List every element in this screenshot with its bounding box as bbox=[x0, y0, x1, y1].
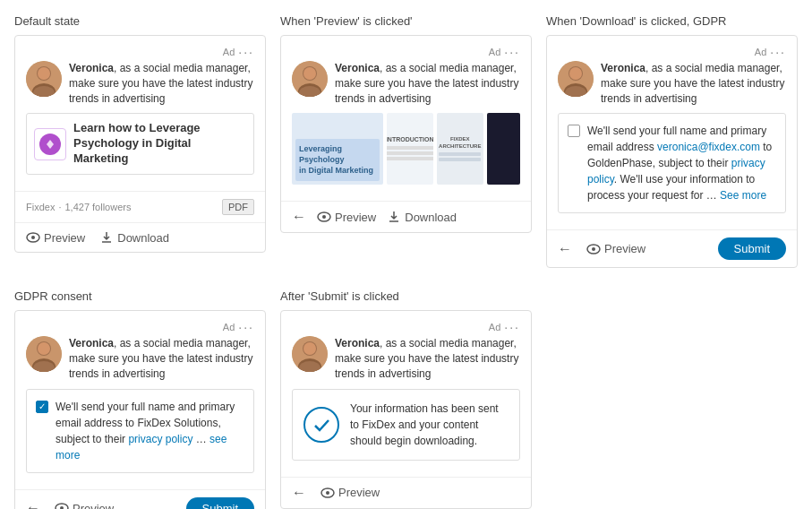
ad-text-block: Veronica, as a social media manager, mak… bbox=[69, 61, 254, 106]
gdpr-see-more-link[interactable]: See more bbox=[720, 189, 766, 202]
ad-body-5: Veronica, as a social media manager, mak… bbox=[335, 336, 520, 381]
action-bar-5: ← Preview bbox=[281, 477, 531, 508]
preview-icon-5 bbox=[321, 486, 335, 500]
download-icon bbox=[99, 230, 114, 245]
ad-header-3: Veronica, as a social media manager, mak… bbox=[558, 61, 786, 106]
company-logo bbox=[34, 128, 66, 160]
back-button-4[interactable]: ← bbox=[26, 500, 40, 509]
ad-meta: Ad ··· bbox=[26, 45, 254, 59]
download-button[interactable]: Download bbox=[99, 230, 169, 245]
ad-name-4: Veronica bbox=[69, 337, 114, 349]
ad-meta-2: Ad ··· bbox=[292, 45, 520, 59]
after-submit-card: Ad ··· bbox=[280, 310, 532, 508]
submit-button-4[interactable]: Submit bbox=[186, 497, 254, 509]
default-state-card: Ad ··· Vero bbox=[14, 35, 266, 253]
ad-label-5: Ad bbox=[489, 322, 500, 332]
preview-icon-3 bbox=[586, 242, 601, 256]
ad-label-3: Ad bbox=[755, 47, 766, 57]
more-options-icon-5[interactable]: ··· bbox=[504, 320, 520, 334]
action-bar-left-2: ← Preview Download bbox=[292, 209, 520, 225]
gdpr-consent-box: We'll send your full name and primary em… bbox=[558, 113, 786, 213]
preview-button-4[interactable]: Preview bbox=[55, 501, 114, 509]
preview-icon bbox=[26, 230, 40, 245]
gdpr-consent-box-2: ✓ We'll send your full name and primary … bbox=[26, 389, 254, 473]
ad-label: Ad bbox=[223, 47, 235, 57]
follower-count: 1,427 followers bbox=[64, 202, 131, 212]
download-label: Download bbox=[117, 231, 169, 245]
download-icon-2 bbox=[387, 210, 401, 224]
action-bar-4: ← Preview Submit bbox=[15, 489, 265, 509]
ad-body-2: Veronica, as a social media manager, mak… bbox=[335, 61, 520, 106]
avatar-2 bbox=[292, 61, 328, 97]
ad-name-2: Veronica bbox=[335, 62, 380, 74]
svg-point-20 bbox=[592, 247, 595, 251]
avatar-3 bbox=[558, 61, 594, 97]
svg-point-17 bbox=[569, 67, 582, 80]
more-options-icon-4[interactable]: ··· bbox=[238, 320, 254, 334]
more-options-icon[interactable]: ··· bbox=[238, 45, 254, 59]
gdpr-consent-label: GDPR consent bbox=[14, 289, 266, 303]
back-button-2[interactable]: ← bbox=[292, 209, 306, 225]
gdpr-checkbox[interactable] bbox=[568, 125, 580, 137]
ad-header-4: Veronica, as a social media manager, mak… bbox=[26, 336, 254, 381]
gdpr-consent-text: We'll send your full name and primary em… bbox=[56, 399, 244, 463]
svg-point-6 bbox=[31, 236, 35, 239]
preview-thumb-2: FIXDEX ARCHITECTURE bbox=[437, 113, 483, 185]
ad-meta-5: Ad ··· bbox=[292, 320, 520, 334]
preview-button-5[interactable]: Preview bbox=[321, 486, 380, 500]
gdpr-checkbox-row-2: ✓ We'll send your full name and primary … bbox=[36, 399, 244, 463]
default-state-label: Default state bbox=[14, 14, 266, 28]
preview-clicked-label: When 'Preview' is clicked' bbox=[280, 14, 532, 28]
preview-label-5: Preview bbox=[338, 486, 380, 499]
content-title: Learn how to Leverage Psychology in Digi… bbox=[73, 121, 246, 167]
gdpr-consent-card: Ad ··· bbox=[14, 310, 266, 509]
more-options-icon-3[interactable]: ··· bbox=[770, 45, 786, 59]
after-submit-label: After 'Submit' is clicked bbox=[280, 289, 532, 303]
preview-button-3[interactable]: Preview bbox=[586, 242, 645, 256]
more-options-icon-2[interactable]: ··· bbox=[504, 45, 520, 59]
content-box: Learn how to Leverage Psychology in Digi… bbox=[26, 113, 254, 175]
avatar bbox=[26, 61, 62, 97]
download-button-2[interactable]: Download bbox=[387, 210, 457, 224]
preview-button-2[interactable]: Preview bbox=[317, 210, 376, 224]
ad-text-block-4: Veronica, as a social media manager, mak… bbox=[69, 336, 254, 381]
ad-header-5: Veronica, as a social media manager, mak… bbox=[292, 336, 520, 381]
ad-name-5: Veronica bbox=[335, 337, 380, 349]
ad-body-3: Veronica, as a social media manager, mak… bbox=[601, 61, 786, 106]
action-bar-3: ← Preview Submit bbox=[547, 229, 797, 267]
gdpr-text: We'll send your full name and primary em… bbox=[587, 123, 776, 203]
gdpr-checkbox-checked[interactable]: ✓ bbox=[36, 401, 48, 413]
ad-body: Veronica, as a social media manager, mak… bbox=[69, 61, 254, 106]
company-name: Fixdex bbox=[26, 202, 55, 212]
gdpr-consent-section: GDPR consent Ad ··· bbox=[14, 289, 266, 509]
consent-text-2: … bbox=[192, 433, 209, 445]
preview-label-3: Preview bbox=[604, 242, 645, 255]
submit-button-3[interactable]: Submit bbox=[718, 237, 786, 260]
ad-body-4: Veronica, as a social media manager, mak… bbox=[69, 336, 254, 381]
back-button-5[interactable]: ← bbox=[292, 485, 306, 501]
ad-text-block-5: Veronica, as a social media manager, mak… bbox=[335, 336, 520, 381]
ad-name-3: Veronica bbox=[601, 62, 645, 74]
success-icon bbox=[303, 407, 339, 443]
ad-label-4: Ad bbox=[223, 322, 235, 332]
preview-icon-2 bbox=[317, 210, 331, 224]
preview-thumb-1: INTRODUCTION bbox=[387, 113, 433, 185]
svg-point-13 bbox=[322, 215, 326, 219]
ad-meta-3: Ad ··· bbox=[558, 45, 786, 59]
preview-label-2: Preview bbox=[335, 211, 376, 224]
ad-text-block-3: Veronica, as a social media manager, mak… bbox=[601, 61, 786, 106]
svg-point-3 bbox=[38, 67, 50, 80]
download-gdpr-card: Ad ··· Vero bbox=[546, 35, 798, 268]
back-button-3[interactable]: ← bbox=[558, 241, 572, 257]
svg-point-10 bbox=[303, 67, 316, 80]
svg-point-24 bbox=[38, 342, 50, 355]
consent-privacy-link[interactable]: privacy policy bbox=[128, 433, 192, 445]
action-bar: Preview Download bbox=[15, 222, 265, 252]
success-box: Your information has been sent to FixDex… bbox=[292, 389, 520, 461]
svg-point-34 bbox=[326, 491, 329, 495]
preview-images: Leveraging Psychologyin Digital Marketin… bbox=[292, 113, 520, 185]
preview-main-thumb: Leveraging Psychologyin Digital Marketin… bbox=[292, 113, 383, 185]
ad-header: Veronica, as a social media manager, mak… bbox=[26, 61, 254, 106]
preview-label-4: Preview bbox=[73, 502, 114, 509]
preview-button[interactable]: Preview bbox=[26, 230, 85, 245]
